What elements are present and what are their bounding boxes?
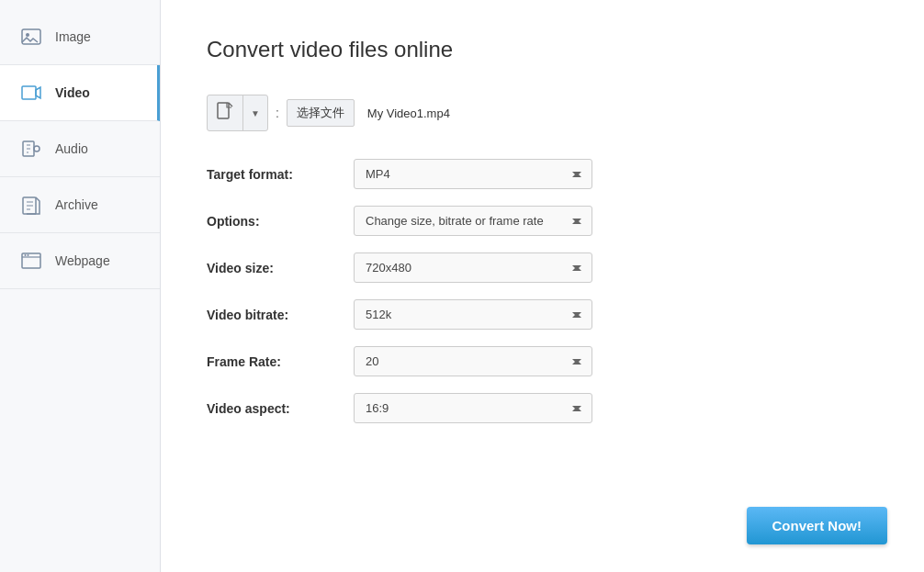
sidebar-item-audio-label: Audio bbox=[55, 141, 88, 156]
options-row: Options: Change size, bitrate or frame r… bbox=[207, 206, 878, 236]
options-select[interactable]: Change size, bitrate or frame rate bbox=[354, 206, 592, 236]
svg-point-8 bbox=[28, 254, 29, 256]
file-colon: : bbox=[276, 106, 279, 120]
sidebar-item-webpage[interactable]: Webpage bbox=[0, 233, 160, 289]
target-format-label: Target format: bbox=[207, 167, 354, 182]
archive-icon bbox=[18, 192, 44, 218]
svg-point-4 bbox=[34, 146, 39, 151]
choose-file-button[interactable]: 选择文件 bbox=[287, 99, 355, 127]
video-aspect-select[interactable]: 16:9 bbox=[354, 393, 592, 423]
video-size-label: Video size: bbox=[207, 261, 354, 275]
file-doc-icon bbox=[208, 95, 243, 130]
page-title: Convert video files online bbox=[207, 37, 878, 62]
video-size-row: Video size: 720x480 bbox=[207, 252, 878, 283]
file-name-display: My Video1.mp4 bbox=[367, 107, 450, 120]
image-icon bbox=[18, 24, 44, 50]
options-label: Options: bbox=[207, 214, 354, 229]
sidebar-item-video[interactable]: Video bbox=[0, 65, 160, 121]
svg-point-1 bbox=[26, 33, 29, 37]
sidebar: Image Video Audio Archive Webpage bbox=[0, 0, 161, 572]
video-aspect-label: Video aspect: bbox=[207, 401, 354, 416]
sidebar-item-video-label: Video bbox=[55, 85, 90, 100]
dropdown-arrow-icon[interactable]: ▼ bbox=[243, 102, 267, 125]
webpage-icon bbox=[18, 248, 44, 274]
convert-now-button[interactable]: Convert Now! bbox=[747, 507, 888, 544]
sidebar-item-image-label: Image bbox=[55, 29, 91, 44]
sidebar-item-audio[interactable]: Audio bbox=[0, 121, 160, 177]
sidebar-item-image[interactable]: Image bbox=[0, 9, 160, 65]
sidebar-item-archive[interactable]: Archive bbox=[0, 177, 160, 233]
frame-rate-select[interactable]: 20 bbox=[354, 346, 592, 376]
file-upload-row: ▼ : 选择文件 My Video1.mp4 bbox=[207, 95, 878, 131]
svg-point-7 bbox=[25, 254, 27, 256]
video-aspect-row: Video aspect: 16:9 bbox=[207, 393, 878, 423]
frame-rate-label: Frame Rate: bbox=[207, 354, 354, 369]
file-select-button[interactable]: ▼ bbox=[207, 95, 268, 131]
video-size-select[interactable]: 720x480 bbox=[354, 252, 592, 283]
video-bitrate-label: Video bitrate: bbox=[207, 308, 354, 322]
svg-rect-2 bbox=[22, 86, 36, 99]
target-format-select[interactable]: MP4 bbox=[354, 159, 592, 189]
target-format-row: Target format: MP4 bbox=[207, 159, 878, 189]
audio-icon bbox=[18, 136, 44, 162]
video-bitrate-select[interactable]: 512k bbox=[354, 299, 592, 330]
sidebar-item-archive-label: Archive bbox=[55, 197, 98, 212]
video-icon bbox=[18, 80, 44, 106]
main-content: Convert video files online ▼ : 选择文件 My V… bbox=[161, 0, 924, 572]
frame-rate-row: Frame Rate: 20 bbox=[207, 346, 878, 376]
video-bitrate-row: Video bitrate: 512k bbox=[207, 299, 878, 330]
sidebar-item-webpage-label: Webpage bbox=[55, 253, 110, 268]
